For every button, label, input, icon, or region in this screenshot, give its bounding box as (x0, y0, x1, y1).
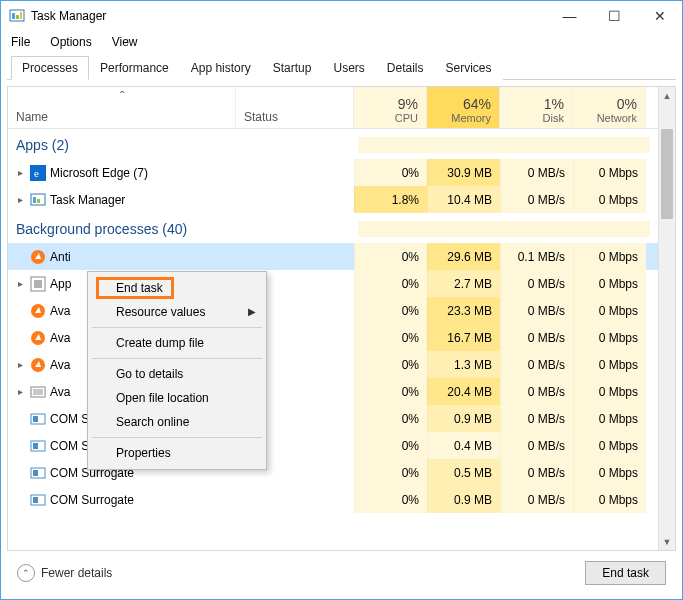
tab-details[interactable]: Details (376, 56, 435, 80)
ctx-search-online[interactable]: Search online (90, 410, 264, 434)
tab-users[interactable]: Users (322, 56, 375, 80)
menu-view[interactable]: View (108, 33, 142, 51)
close-button[interactable]: ✕ (637, 1, 682, 31)
process-name: App (50, 277, 71, 291)
cpu-cell: 0% (354, 159, 427, 186)
process-icon (30, 438, 46, 454)
svg-rect-16 (33, 389, 43, 395)
cpu-cell: 0% (354, 486, 427, 513)
menubar: File Options View (1, 31, 682, 55)
menu-options[interactable]: Options (46, 33, 95, 51)
col-disk[interactable]: 1% Disk (500, 87, 573, 128)
disk-cell: 0 MB/s (500, 432, 573, 459)
expand-icon[interactable]: ▸ (14, 194, 26, 205)
col-memory-label: Memory (451, 112, 491, 124)
process-icon (30, 276, 46, 292)
column-headers: ⌃ Name Status 9% CPU 64% Memory 1% Disk (8, 87, 658, 129)
ctx-open-location[interactable]: Open file location (90, 386, 264, 410)
process-icon (30, 384, 46, 400)
ctx-go-details[interactable]: Go to details (90, 362, 264, 386)
table-row[interactable]: ▸eMicrosoft Edge (7)0%30.9 MB0 MB/s0 Mbp… (8, 159, 658, 186)
cpu-cell: 0% (354, 297, 427, 324)
vertical-scrollbar[interactable]: ▲ ▼ (658, 87, 675, 550)
process-name-cell: ▸eMicrosoft Edge (7) (8, 159, 236, 186)
memory-cell: 20.4 MB (427, 378, 500, 405)
context-menu: End task Resource values ▶ Create dump f… (87, 271, 267, 470)
network-cell: 0 Mbps (573, 486, 646, 513)
ctx-separator (92, 437, 262, 438)
svg-rect-22 (33, 470, 38, 476)
process-icon (30, 357, 46, 373)
ctx-separator (92, 327, 262, 328)
task-manager-window: Task Manager — ☐ ✕ File Options View Pro… (0, 0, 683, 600)
col-name[interactable]: ⌃ Name (8, 87, 236, 128)
expand-icon[interactable]: ▸ (14, 386, 26, 397)
process-name-cell: Anti (8, 243, 236, 270)
expand-icon[interactable]: ▸ (14, 278, 26, 289)
app-icon (9, 8, 25, 24)
process-name: Ava (50, 304, 70, 318)
memory-cell: 0.9 MB (427, 486, 500, 513)
col-status-label: Status (244, 110, 278, 124)
table-row[interactable]: ▸Task Manager1.8%10.4 MB0 MB/s0 Mbps (8, 186, 658, 213)
table-row[interactable]: COM Surrogate0%0.9 MB0 MB/s0 Mbps (8, 486, 658, 513)
ctx-create-dump[interactable]: Create dump file (90, 331, 264, 355)
maximize-button[interactable]: ☐ (592, 1, 637, 31)
memory-cell: 30.9 MB (427, 159, 500, 186)
disk-cell: 0 MB/s (500, 378, 573, 405)
memory-cell: 2.7 MB (427, 270, 500, 297)
col-cpu[interactable]: 9% CPU (354, 87, 427, 128)
scroll-up-icon[interactable]: ▲ (659, 87, 675, 104)
expand-icon[interactable]: ▸ (14, 359, 26, 370)
col-disk-pct: 1% (544, 96, 564, 112)
footer: ⌃ Fewer details End task (7, 553, 676, 593)
memory-cell: 10.4 MB (427, 186, 500, 213)
group-background: Background processes (40) (8, 213, 658, 243)
disk-cell: 0 MB/s (500, 159, 573, 186)
col-network[interactable]: 0% Network (573, 87, 646, 128)
window-title: Task Manager (31, 9, 106, 23)
scroll-thumb[interactable] (661, 129, 673, 219)
col-disk-label: Disk (543, 112, 564, 124)
scroll-down-icon[interactable]: ▼ (659, 533, 675, 550)
expand-icon[interactable]: ▸ (14, 167, 26, 178)
tab-services[interactable]: Services (435, 56, 503, 80)
network-cell: 0 Mbps (573, 324, 646, 351)
cpu-cell: 0% (354, 405, 427, 432)
col-status[interactable]: Status (236, 87, 354, 128)
minimize-button[interactable]: — (547, 1, 592, 31)
process-name: Ava (50, 331, 70, 345)
process-name: Ava (50, 385, 70, 399)
network-cell: 0 Mbps (573, 351, 646, 378)
col-memory-pct: 64% (463, 96, 491, 112)
network-cell: 0 Mbps (573, 459, 646, 486)
svg-rect-7 (33, 197, 36, 203)
process-icon (30, 411, 46, 427)
group-background-title: Background processes (40) (16, 221, 187, 237)
cpu-cell: 0% (354, 432, 427, 459)
cpu-cell: 0% (354, 351, 427, 378)
ctx-end-task[interactable]: End task (90, 276, 264, 300)
status-cell (236, 186, 354, 213)
tab-processes[interactable]: Processes (11, 56, 89, 80)
svg-text:e: e (34, 167, 39, 179)
table-row[interactable]: Anti0%29.6 MB0.1 MB/s0 Mbps (8, 243, 658, 270)
tab-app-history[interactable]: App history (180, 56, 262, 80)
disk-cell: 0 MB/s (500, 459, 573, 486)
menu-file[interactable]: File (7, 33, 34, 51)
process-icon (30, 465, 46, 481)
svg-rect-8 (37, 199, 40, 203)
ctx-properties[interactable]: Properties (90, 441, 264, 465)
svg-rect-1 (12, 13, 15, 19)
status-cell (236, 159, 354, 186)
tab-performance[interactable]: Performance (89, 56, 180, 80)
col-memory[interactable]: 64% Memory (427, 87, 500, 128)
network-cell: 0 Mbps (573, 159, 646, 186)
end-task-button[interactable]: End task (585, 561, 666, 585)
tab-startup[interactable]: Startup (262, 56, 323, 80)
memory-cell: 23.3 MB (427, 297, 500, 324)
disk-cell: 0 MB/s (500, 186, 573, 213)
fewer-details-toggle[interactable]: ⌃ Fewer details (17, 564, 112, 582)
ctx-resource-values[interactable]: Resource values ▶ (90, 300, 264, 324)
cpu-cell: 1.8% (354, 186, 427, 213)
